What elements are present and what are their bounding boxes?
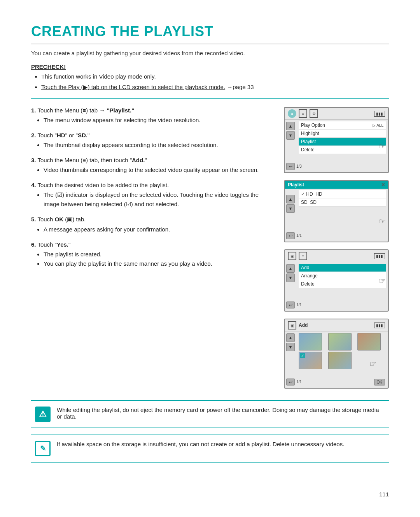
screen4-up-btn[interactable]: ▲ bbox=[286, 333, 295, 342]
screen1-menu-area: Play Option ▷ ALL Highlight Playlist Del… bbox=[296, 120, 388, 156]
precheck-list: This function works in Video play mode o… bbox=[31, 72, 389, 99]
screen1-finger-icon: ☞ bbox=[379, 142, 386, 151]
screen3-top-icons: ▣ ≡ bbox=[288, 252, 307, 260]
step-2: 2. Touch "HD" or "SD." The thumbnail dis… bbox=[31, 132, 261, 150]
screen3-add-label: Add bbox=[301, 265, 383, 270]
screen2-hd-label: ✓ HD HD bbox=[301, 191, 383, 197]
screen2-finger-icon: ☞ bbox=[379, 217, 386, 226]
step-2-title: Touch "HD" or "SD." bbox=[37, 132, 89, 138]
screen1-delete-row[interactable]: Delete bbox=[299, 146, 386, 154]
screen1-down-btn[interactable]: ▼ bbox=[286, 131, 295, 140]
screen1-nav: ▲ ▼ bbox=[286, 122, 295, 140]
screen1-topbar: ● ≡ ⚙ ▮▮▮ bbox=[285, 108, 388, 120]
step-5-title: Touch OK (▣) tab. bbox=[37, 216, 86, 223]
step-4-number: 4. bbox=[31, 182, 36, 188]
screen2-menu-area: ✓ HD HD SD SD bbox=[296, 189, 388, 208]
screen2-sd-label: SD SD bbox=[301, 200, 383, 205]
thumb-5[interactable] bbox=[328, 352, 352, 369]
screen3-down-btn[interactable]: ▼ bbox=[286, 273, 295, 282]
screen3-nav: ▲ ▼ bbox=[286, 264, 295, 282]
screen2-page-num: 1/1 bbox=[296, 233, 302, 238]
warning-icon: ⚠ bbox=[35, 407, 51, 422]
thumb-2[interactable] bbox=[328, 333, 352, 351]
screen2-hd-row[interactable]: ✓ HD HD bbox=[299, 190, 386, 198]
precheck-item-2: Touch the Play (▶) tab on the LCD screen… bbox=[41, 83, 389, 92]
step-1-title: Touch the Menu (≡) tab → "Playlist." bbox=[37, 107, 134, 114]
step-4-title: Touch the desired video to be added to t… bbox=[37, 182, 169, 188]
step-3-number: 3. bbox=[31, 157, 36, 163]
warning-box: ⚠ While editing the playlist, do not eje… bbox=[31, 400, 389, 428]
screen4-back-btn[interactable]: ↩ bbox=[286, 379, 295, 386]
screen1: ● ≡ ⚙ ▮▮▮ ▲ ▼ Play Option ▷ ALL bbox=[284, 107, 389, 173]
screen3-arrange-label: Arrange bbox=[301, 273, 383, 279]
step-3: 3. Touch the Menu (≡) tab, then touch "A… bbox=[31, 157, 261, 175]
screen2-close-btn[interactable]: ✕ bbox=[381, 182, 385, 188]
screen3-back-btn[interactable]: ↩ bbox=[286, 301, 295, 308]
screen4-topbar: ▣ Add ▮▮▮ bbox=[285, 319, 388, 331]
screen1-top-icons: ● ≡ ⚙ bbox=[288, 109, 318, 118]
screen1-camera-icon: ● bbox=[288, 109, 296, 118]
screen1-playlist-label: Playlist bbox=[301, 139, 383, 144]
step-4-bullet-1: The (☑) indicator is displayed on the se… bbox=[44, 190, 261, 209]
screen3: ▣ ≡ ▮▮▮ ▲ ▼ Add Arrange bbox=[284, 249, 389, 312]
screen3-wrapper: ▣ ≡ ▮▮▮ ▲ ▼ Add Arrange bbox=[284, 249, 389, 312]
step-6: 6. Touch "Yes." The playlist is created.… bbox=[31, 241, 261, 268]
screen2-sd-row[interactable]: SD SD bbox=[299, 198, 386, 207]
screen1-up-btn[interactable]: ▲ bbox=[286, 122, 295, 130]
step-5: 5. Touch OK (▣) tab. A message appears a… bbox=[31, 216, 261, 234]
screen1-play-option-label: Play Option bbox=[301, 123, 371, 128]
step-5-number: 5. bbox=[31, 216, 36, 223]
screen1-delete-label: Delete bbox=[301, 147, 383, 152]
screen1-play-option-row[interactable]: Play Option ▷ ALL bbox=[299, 121, 386, 130]
screen2: Playlist ✕ ▲ ▼ ✓ HD HD SD SD bbox=[284, 180, 389, 242]
step-1-bullet-1: The menu window appears for selecting th… bbox=[44, 116, 261, 125]
screen1-battery: ▮▮▮ bbox=[374, 111, 385, 117]
screen1-highlight-label: Highlight bbox=[301, 131, 383, 136]
screen1-playlist-row[interactable]: Playlist bbox=[299, 138, 386, 146]
thumb-3[interactable] bbox=[357, 333, 381, 351]
screen4-page-num: 1/1 bbox=[296, 380, 302, 384]
step-2-number: 2. bbox=[31, 132, 36, 138]
step-3-bullet-1: Video thumbnails corresponding to the se… bbox=[44, 165, 261, 175]
screen2-title-label: Playlist bbox=[288, 182, 304, 188]
step-3-title: Touch the Menu (≡) tab, then touch "Add.… bbox=[37, 157, 147, 163]
screen3-delete-row[interactable]: Delete bbox=[299, 280, 386, 288]
precheck-item-1: This function works in Video play mode o… bbox=[41, 72, 389, 81]
screen1-highlight-row[interactable]: Highlight bbox=[299, 130, 386, 138]
screen1-page-num: 1/3 bbox=[296, 164, 302, 168]
screen1-back-btn[interactable]: ↩ bbox=[286, 163, 295, 170]
screen4-wrapper: ▣ Add ▮▮▮ ▲ ▼ bbox=[284, 319, 389, 389]
screen2-back-btn[interactable]: ↩ bbox=[286, 232, 295, 239]
screen3-arrange-row[interactable]: Arrange bbox=[299, 272, 386, 280]
screen1-gear-icon: ⚙ bbox=[310, 109, 318, 118]
precheck-label: PRECHECK! bbox=[31, 63, 389, 70]
screen4-battery: ▮▮▮ bbox=[374, 322, 385, 328]
screen3-delete-label: Delete bbox=[301, 281, 383, 287]
screen2-down-btn[interactable]: ▼ bbox=[286, 204, 295, 213]
screen4-top-icons: ▣ Add bbox=[288, 321, 308, 329]
step-6-number: 6. bbox=[31, 241, 36, 248]
thumb-1[interactable] bbox=[299, 333, 322, 351]
screen1-wrapper: ● ≡ ⚙ ▮▮▮ ▲ ▼ Play Option ▷ ALL bbox=[284, 107, 389, 173]
step-1-number: 1. bbox=[31, 107, 36, 114]
step-1: 1. Touch the Menu (≡) tab → "Playlist." … bbox=[31, 107, 261, 125]
steps-area: 1. Touch the Menu (≡) tab → "Playlist." … bbox=[31, 107, 389, 389]
page-subtitle: You can create a playlist by gathering y… bbox=[31, 50, 389, 56]
screen2-nav: ▲ ▼ bbox=[286, 195, 295, 213]
screen4-ok-btn[interactable]: OK bbox=[374, 379, 385, 386]
steps-text: 1. Touch the Menu (≡) tab → "Playlist." … bbox=[31, 107, 272, 389]
screen3-up-btn[interactable]: ▲ bbox=[286, 264, 295, 273]
steps-images: ● ≡ ⚙ ▮▮▮ ▲ ▼ Play Option ▷ ALL bbox=[272, 107, 389, 389]
screen2-up-btn[interactable]: ▲ bbox=[286, 195, 295, 203]
screen4-down-btn[interactable]: ▼ bbox=[286, 343, 295, 351]
screen3-add-row[interactable]: Add bbox=[299, 264, 386, 272]
step-2-bullet-1: The thumbnail display appears according … bbox=[44, 140, 261, 150]
thumb-4[interactable] bbox=[299, 352, 322, 369]
screen1-play-option-icon: ▷ ALL bbox=[373, 123, 383, 128]
page-number: 111 bbox=[379, 491, 389, 498]
screen2-wrapper: Playlist ✕ ▲ ▼ ✓ HD HD SD SD bbox=[284, 180, 389, 242]
note-icon: ✎ bbox=[35, 441, 51, 456]
screen3-page-num: 1/1 bbox=[296, 303, 302, 307]
screen4: ▣ Add ▮▮▮ ▲ ▼ bbox=[284, 319, 389, 389]
note-box: ✎ If available space on the storage is i… bbox=[31, 435, 389, 463]
